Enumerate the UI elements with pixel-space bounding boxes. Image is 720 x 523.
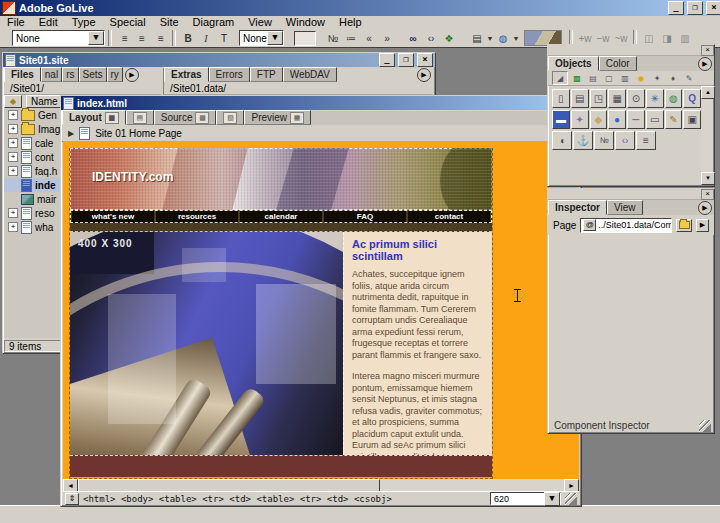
- italic-button[interactable]: I: [197, 30, 215, 46]
- font-size-combo[interactable]: None ▼: [239, 30, 284, 46]
- menu-site[interactable]: Site: [153, 16, 186, 29]
- inspector-title-bar[interactable]: ×: [548, 189, 714, 200]
- teletype-button[interactable]: T: [215, 30, 233, 46]
- link-button[interactable]: ∞: [404, 30, 422, 46]
- open-page-button[interactable]: ▤: [468, 30, 486, 46]
- tab-colors[interactable]: rs: [62, 67, 78, 82]
- nav-bar-component[interactable]: what's new resources calendar FAQ contac…: [70, 210, 492, 223]
- tab-color[interactable]: Color: [599, 56, 637, 71]
- expander-icon[interactable]: +: [8, 110, 18, 120]
- nav-calendar[interactable]: calendar: [240, 211, 322, 223]
- objects-flyout-button[interactable]: ▶: [698, 57, 712, 71]
- tab-extras[interactable]: Extras: [164, 67, 209, 82]
- app-title-bar[interactable]: Adobe GoLive _ ❐ ×: [0, 0, 720, 16]
- object-table-button[interactable]: ▦: [608, 89, 626, 108]
- applet-button[interactable]: ❖: [440, 30, 458, 46]
- article-column[interactable]: Ac primum silici scintillam Achates, suc…: [343, 232, 492, 455]
- object-layout-textbox-button[interactable]: ▤: [571, 89, 589, 108]
- object-generic-button[interactable]: ◆: [590, 110, 608, 129]
- scroll-down-button[interactable]: ▼: [701, 172, 715, 185]
- object-floating-box-button[interactable]: ◳: [590, 89, 608, 108]
- sort-icon[interactable]: ◆: [4, 95, 22, 108]
- align-right-button[interactable]: ≡: [151, 30, 169, 46]
- bullet-list-button[interactable]: ≔: [342, 30, 360, 46]
- menu-special[interactable]: Special: [103, 16, 153, 29]
- layout-canvas[interactable]: IDENTITY.com what's new resources calend…: [63, 141, 579, 479]
- category-library-icon[interactable]: ♦: [666, 72, 680, 84]
- category-frames-icon[interactable]: ▥: [618, 72, 632, 84]
- scroll-up-button[interactable]: ▲: [701, 86, 715, 99]
- category-smart-icon[interactable]: ▩: [570, 72, 584, 84]
- unlink-button[interactable]: ‹›: [422, 30, 440, 46]
- footer-bar[interactable]: [70, 455, 492, 477]
- page-title-text[interactable]: Site 01 Home Page: [95, 128, 182, 139]
- component-path-field[interactable]: @ ../Site01.data/Components/id_b: [580, 218, 672, 233]
- menu-window[interactable]: Window: [279, 16, 332, 29]
- outdent-button[interactable]: «: [360, 30, 378, 46]
- objects-palette-title-bar[interactable]: ×: [548, 45, 714, 56]
- numbered-list-button[interactable]: №: [324, 30, 342, 46]
- combo-arrow-icon[interactable]: ▼: [544, 492, 560, 506]
- object-marquee-button[interactable]: ▭: [646, 110, 664, 129]
- object-real-button[interactable]: ▬: [552, 110, 570, 129]
- indent-button[interactable]: »: [378, 30, 396, 46]
- expander-icon[interactable]: +: [8, 222, 18, 232]
- resize-grip[interactable]: [565, 493, 577, 505]
- tab-ftp[interactable]: FTP: [250, 67, 283, 82]
- palette-close-icon[interactable]: ×: [701, 189, 714, 200]
- tab-source[interactable]: Source ▩: [154, 110, 217, 125]
- object-date-button[interactable]: №: [594, 131, 614, 150]
- tab-fontsets[interactable]: Sets: [79, 67, 107, 82]
- nav-resources[interactable]: resources: [156, 211, 238, 223]
- object-grid-button[interactable]: ▯: [552, 89, 570, 108]
- tab-errors[interactable]: Errors: [209, 67, 250, 82]
- tab-library[interactable]: ry: [107, 67, 123, 82]
- category-site-icon[interactable]: ◉: [634, 72, 648, 84]
- tab-inspector[interactable]: Inspector: [548, 200, 607, 215]
- object-svg-button[interactable]: ✦: [571, 110, 589, 129]
- head-toggle-icon[interactable]: ▶: [68, 129, 74, 138]
- combo-arrow-icon[interactable]: ▼: [267, 31, 283, 45]
- pick-source-button[interactable]: ▶: [696, 219, 709, 232]
- tag-breadcrumb[interactable]: <html> <body> <table> <tr> <td> <table> …: [83, 494, 486, 504]
- menu-view[interactable]: View: [241, 16, 279, 29]
- menu-edit[interactable]: Edit: [32, 16, 65, 29]
- site-maximize-button[interactable]: ❐: [398, 53, 414, 67]
- hero-image[interactable]: 400 X 300: [70, 232, 343, 455]
- inspector-flyout-button[interactable]: ▶: [698, 201, 712, 215]
- tab-preview[interactable]: Preview ▦: [244, 110, 311, 125]
- object-tag-button[interactable]: ‹›: [615, 131, 635, 150]
- paragraph-format-combo[interactable]: None ▼: [12, 30, 105, 46]
- minimize-button[interactable]: _: [668, 1, 684, 15]
- object-frame-button[interactable]: ▣: [683, 110, 701, 129]
- tab-view[interactable]: View: [607, 200, 643, 215]
- expander-icon[interactable]: +: [8, 166, 18, 176]
- tab-external[interactable]: nal: [41, 67, 62, 82]
- tab-files[interactable]: Files: [4, 67, 41, 82]
- object-quicktime-button[interactable]: Q: [683, 89, 701, 108]
- combo-arrow-icon[interactable]: ▼: [88, 31, 104, 45]
- nav-contact[interactable]: contact: [408, 211, 490, 223]
- object-comment-button[interactable]: ◖: [552, 131, 572, 150]
- object-anchor-button[interactable]: ⚓: [573, 131, 593, 150]
- close-button[interactable]: ×: [706, 1, 720, 15]
- category-forms-icon[interactable]: ▤: [586, 72, 600, 84]
- menu-diagram[interactable]: Diagram: [186, 16, 242, 29]
- menu-file[interactable]: File: [0, 16, 32, 29]
- banner-component[interactable]: IDENTITY.com: [70, 148, 492, 210]
- expander-icon[interactable]: +: [8, 138, 18, 148]
- expander-icon[interactable]: +: [8, 152, 18, 162]
- tab-webdav[interactable]: WebDAV: [283, 67, 337, 82]
- site-minimize-button[interactable]: _: [379, 53, 395, 67]
- object-form-button[interactable]: ✎: [665, 110, 683, 129]
- expander-icon[interactable]: +: [8, 124, 18, 134]
- palette-close-icon[interactable]: ×: [701, 45, 714, 56]
- tab-frame-editor[interactable]: ▤: [126, 110, 154, 125]
- nav-whats-new[interactable]: what's new: [72, 211, 154, 223]
- category-head-icon[interactable]: ▢: [602, 72, 616, 84]
- page-properties-icon[interactable]: [79, 127, 90, 140]
- browser-arrow-icon[interactable]: ▼: [512, 30, 520, 46]
- object-plugin-button[interactable]: ✳: [646, 89, 664, 108]
- category-pencil-icon[interactable]: ✎: [682, 72, 696, 84]
- expander-icon[interactable]: +: [8, 208, 18, 218]
